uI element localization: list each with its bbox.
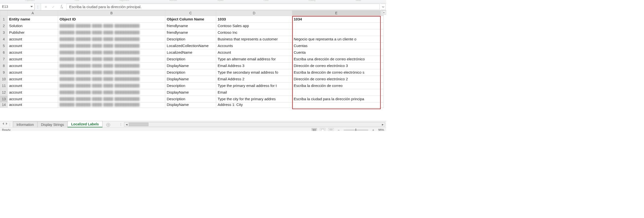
cell[interactable] — [381, 89, 384, 96]
cell[interactable]: Entity name — [8, 16, 58, 23]
column-header-B[interactable]: B — [58, 10, 165, 16]
cell[interactable]: account — [8, 89, 58, 96]
cell[interactable]: Cuentas — [292, 43, 381, 49]
row-header-1[interactable]: 1 — [0, 16, 8, 23]
cell[interactable]: Email — [216, 89, 292, 96]
cell[interactable]: Negocio que representa a un cliente o — [292, 36, 381, 43]
cell[interactable] — [381, 69, 384, 76]
cell[interactable] — [381, 56, 384, 63]
split-grip-icon[interactable]: ⋮ — [119, 122, 122, 126]
row-header-2[interactable]: 2 — [0, 23, 8, 29]
cell[interactable] — [292, 29, 381, 36]
cell[interactable]: Type the primary email address for t — [216, 83, 292, 89]
column-header-C[interactable]: C — [165, 10, 216, 16]
cell[interactable]: ██████ ██████ ████ ████ ██████████ — [58, 36, 165, 43]
column-header-D[interactable]: D — [216, 10, 292, 16]
chevron-down-icon[interactable] — [30, 6, 33, 7]
cell[interactable]: Publisher — [8, 29, 58, 36]
row-header-12[interactable]: 12 — [0, 89, 8, 96]
cell[interactable]: Description — [165, 83, 216, 89]
cell[interactable] — [381, 83, 384, 89]
cell[interactable]: ██████ ██████ ████ ████ ██████████ — [58, 23, 165, 29]
column-header-A[interactable]: A — [8, 10, 58, 16]
sheet-nav-arrows[interactable]: | — [0, 122, 13, 126]
scroll-thumb[interactable] — [129, 123, 148, 126]
cell[interactable]: account — [8, 69, 58, 76]
cell[interactable]: account — [8, 49, 58, 56]
cell[interactable]: Business that represents a customer — [216, 36, 292, 43]
row-header-11[interactable]: 11 — [0, 83, 8, 89]
cell[interactable]: account — [8, 103, 58, 108]
cell[interactable]: Escriba una dirección de correo electrón… — [292, 56, 381, 63]
cell[interactable] — [381, 63, 384, 69]
cell[interactable]: Escriba la ciudad para la dirección prin… — [292, 96, 381, 103]
cell[interactable]: account — [8, 83, 58, 89]
cell[interactable] — [292, 23, 381, 29]
sheet-tab-display-strings[interactable]: Display Strings — [37, 121, 68, 127]
row-header-3[interactable]: 3 — [0, 29, 8, 36]
page-break-view-button[interactable] — [328, 128, 334, 131]
cell[interactable]: account — [8, 56, 58, 63]
cell[interactable] — [381, 96, 384, 103]
cell[interactable]: DisplayName — [165, 63, 216, 69]
cell[interactable]: ██████ ██████ ████ ████ ██████████ — [58, 49, 165, 56]
cell[interactable] — [381, 29, 384, 36]
cell[interactable]: ██████ ██████ ████ ████ ██████████ — [58, 89, 165, 96]
cell[interactable]: Escriba la dirección de correo electróni… — [292, 69, 381, 76]
cell[interactable]: ██████ ██████ ████ ████ ██████████ — [58, 76, 165, 83]
zoom-level-label[interactable]: 96% — [378, 128, 384, 131]
row-header-6[interactable]: 6 — [0, 49, 8, 56]
cell[interactable]: Description — [165, 56, 216, 63]
name-box[interactable] — [0, 3, 34, 10]
zoom-in-button[interactable]: + — [371, 128, 375, 131]
cell[interactable] — [381, 16, 384, 23]
cell[interactable]: Cuenta — [292, 49, 381, 56]
new-sheet-button[interactable] — [105, 122, 112, 127]
cell[interactable]: Description — [165, 36, 216, 43]
cell[interactable]: Address 1: City — [216, 103, 292, 108]
cell[interactable]: ██████ ██████ ████ ████ ██████████ — [58, 63, 165, 69]
cell[interactable]: friendlyname — [165, 29, 216, 36]
cell[interactable]: Accounts — [216, 43, 292, 49]
cell[interactable]: Description — [165, 96, 216, 103]
cell[interactable]: DisplayName — [165, 76, 216, 83]
cell[interactable]: Object Column Name — [165, 16, 216, 23]
select-all-corner[interactable] — [0, 10, 8, 16]
cell[interactable]: ██████ ██████ ████ ████ ██████████ — [58, 29, 165, 36]
cell[interactable]: Account — [216, 49, 292, 56]
cell[interactable]: Email Address 2 — [216, 76, 292, 83]
cell[interactable]: account — [8, 63, 58, 69]
sheet-nav-next-icon[interactable] — [6, 122, 8, 125]
cell[interactable]: Type the city for the primary addres — [216, 96, 292, 103]
cell[interactable]: Contoso Sales app — [216, 23, 292, 29]
sheet-tab-information[interactable]: Information — [13, 121, 38, 127]
expand-formula-bar-button[interactable] — [381, 4, 386, 10]
row-header-7[interactable]: 7 — [0, 56, 8, 63]
sheet-tab-localized-labels[interactable]: Localized Labels — [68, 121, 102, 127]
normal-view-button[interactable] — [312, 128, 317, 131]
cell[interactable]: Email Address 3 — [216, 63, 292, 69]
scroll-right-button[interactable]: ▸ — [380, 122, 385, 126]
cell[interactable] — [381, 36, 384, 43]
cell[interactable]: 1033 — [216, 16, 292, 23]
row-header-9[interactable]: 9 — [0, 69, 8, 76]
cell[interactable]: LocalizedName — [165, 49, 216, 56]
zoom-out-button[interactable]: − — [337, 128, 341, 131]
cell[interactable]: DisplayName — [165, 89, 216, 96]
cell[interactable] — [381, 76, 384, 83]
cell[interactable] — [292, 89, 381, 96]
cell[interactable] — [381, 43, 384, 49]
zoom-slider[interactable] — [344, 129, 368, 130]
row-header-10[interactable]: 10 — [0, 76, 8, 83]
cell[interactable]: account — [8, 43, 58, 49]
column-header-E[interactable]: E — [292, 10, 381, 16]
cell[interactable]: Escriba la dirección de correo — [292, 83, 381, 89]
row-header-13[interactable]: 13 — [0, 96, 8, 103]
cell[interactable]: 1034 — [292, 16, 381, 23]
cell[interactable] — [381, 49, 384, 56]
cell[interactable]: DisplayName — [165, 103, 216, 108]
cell[interactable]: account — [8, 96, 58, 103]
sheet-nav-prev-icon[interactable] — [2, 122, 4, 125]
cell[interactable]: Dirección de correo electrónico 2 — [292, 76, 381, 83]
row-header-4[interactable]: 4 — [0, 36, 8, 43]
